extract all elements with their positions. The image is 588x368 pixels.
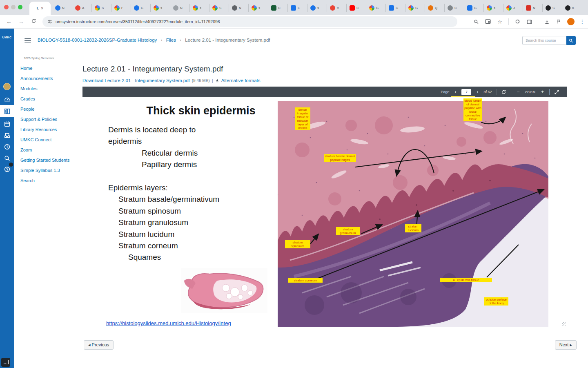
bookmark-star-icon[interactable]: ☆	[497, 18, 503, 25]
browser-tab[interactable]: N	[170, 4, 189, 12]
tab-favicon	[271, 5, 276, 11]
side-panel-icon[interactable]	[526, 18, 532, 25]
browser-tab[interactable]: r	[111, 4, 131, 12]
browser-tab[interactable]: G	[366, 4, 385, 12]
nav-help[interactable]	[0, 163, 14, 175]
course-nav-item-search[interactable]: Search	[20, 178, 78, 183]
term-label: 2026 Spring Semester	[24, 56, 78, 60]
pdf-viewer: Page ‹ 7 › of 62 − ZOOM + Thick skin epi…	[82, 87, 567, 327]
screen: L × NASrGsNsSNsCEsVCGGGQCGsJNSK ← → umsy…	[0, 0, 588, 368]
browser-tab[interactable]: G	[385, 4, 405, 12]
back-button[interactable]: ←	[5, 18, 13, 26]
next-page-button[interactable]: ›	[476, 89, 479, 94]
zoom-out-button[interactable]: −	[516, 89, 520, 94]
browser-tab[interactable]: C	[444, 4, 464, 12]
resize-corner[interactable]	[562, 322, 566, 326]
previous-page-button[interactable]: ‹	[454, 89, 457, 94]
slide-hyperlink[interactable]: https://histologyslides.med.umich.edu/Hi…	[106, 320, 231, 326]
breadcrumb-files-link[interactable]: Files	[166, 38, 176, 42]
nav-courses[interactable]	[0, 105, 14, 117]
umkc-logo[interactable]: UMKC	[0, 36, 14, 39]
alternative-formats-link[interactable]: Alternative formats	[221, 78, 261, 83]
browser-tab[interactable]: K	[562, 4, 581, 12]
tab-favicon	[389, 5, 394, 11]
window-close-button[interactable]	[4, 5, 9, 9]
browser-tab[interactable]: S	[209, 4, 229, 12]
download-link[interactable]: Download Lecture 2.01 - Integumentary Sy…	[82, 78, 190, 83]
search-button[interactable]	[566, 36, 576, 45]
search-input[interactable]	[522, 36, 566, 45]
window-minimize-button[interactable]	[11, 5, 16, 9]
nav-search[interactable]	[0, 152, 14, 164]
previous-module-item-button[interactable]: ◂ Previous	[84, 340, 114, 350]
reload-button[interactable]	[29, 18, 38, 26]
rotate-button[interactable]	[501, 89, 506, 95]
page-number-input[interactable]: 7	[461, 89, 471, 95]
course-nav-item-home[interactable]: Home	[20, 66, 78, 71]
forward-button[interactable]: →	[17, 18, 25, 26]
browser-tab[interactable]: N	[523, 4, 542, 12]
picture-in-picture-icon[interactable]	[485, 18, 491, 25]
address-bar[interactable]: umsystem.instructure.com/courses/350112/…	[42, 16, 457, 27]
close-icon[interactable]: ×	[41, 6, 43, 11]
course-nav-item-support-policies[interactable]: Support & Policies	[20, 117, 78, 122]
course-nav-item-people[interactable]: People	[20, 107, 78, 112]
browser-tab[interactable]: s	[189, 4, 209, 12]
course-nav-item-simple-syllabus-1-3[interactable]: Simple Syllabus 1.3	[20, 168, 78, 173]
collapse-nav-icon[interactable]: →	[1, 358, 10, 367]
nav-history[interactable]	[0, 141, 14, 152]
course-nav-list: HomeAnnouncementsModulesGradesPeopleSupp…	[20, 66, 78, 183]
browser-tab[interactable]: s	[307, 4, 327, 12]
zoom-in-button[interactable]: +	[540, 89, 545, 94]
breadcrumb-course-link[interactable]: BIOLOGY-5518-0001-12832-2026SP-Graduate …	[38, 38, 157, 42]
course-nav-item-announcements[interactable]: Announcements	[20, 76, 78, 81]
menu-kebab-icon[interactable]: ⋮	[580, 20, 585, 23]
download-icon[interactable]	[543, 18, 550, 25]
browser-tab[interactable]: G	[405, 4, 425, 12]
zoom-search-icon[interactable]	[473, 18, 479, 25]
browser-tab[interactable]: J	[503, 4, 523, 12]
window-zoom-button[interactable]	[18, 5, 22, 9]
next-module-item-button[interactable]: Next ▸	[555, 340, 577, 350]
browser-tab[interactable]: s	[150, 4, 170, 12]
nav-inbox[interactable]	[0, 129, 14, 141]
course-nav-item-library-resources[interactable]: Library Resources	[20, 127, 78, 132]
tab-favicon	[448, 5, 453, 11]
course-nav-item-umkc-connect[interactable]: UMKC Connect	[20, 137, 78, 143]
tab-favicon	[232, 5, 237, 11]
site-settings-icon[interactable]	[47, 19, 52, 24]
tab-favicon	[408, 5, 414, 11]
course-nav-item-zoom[interactable]: Zoom	[20, 147, 78, 153]
browser-tab[interactable]: N	[229, 4, 248, 12]
browser-tab[interactable]: V	[327, 4, 346, 12]
active-browser-tab[interactable]: L ×	[29, 2, 51, 15]
browser-tab[interactable]: E	[287, 4, 307, 12]
annotation-label: stratum spinosum	[285, 240, 310, 248]
tab-title: N	[239, 6, 241, 10]
browser-tab[interactable]: Q	[425, 4, 444, 12]
browser-tab[interactable]: N	[52, 4, 72, 12]
course-search	[522, 36, 576, 45]
tab-favicon	[134, 5, 139, 11]
tab-strip-tabs: NASrGsNsSNsCEsVCGGGQCGsJNSK	[52, 3, 581, 12]
browser-tab[interactable]: G	[131, 4, 150, 12]
course-nav-item-modules[interactable]: Modules	[20, 86, 78, 91]
browser-tab[interactable]: A	[72, 4, 91, 12]
browser-tab[interactable]: S	[542, 4, 562, 12]
course-nav-item-getting-started-students[interactable]: Getting Started Students	[20, 158, 78, 163]
nav-calendar[interactable]	[0, 118, 14, 129]
profile-avatar[interactable]	[567, 18, 575, 25]
nav-account[interactable]	[0, 81, 14, 92]
browser-tab[interactable]: C	[268, 4, 287, 12]
browser-tab[interactable]: s	[248, 4, 268, 12]
browser-tab[interactable]: S	[91, 4, 111, 12]
extensions-icon[interactable]	[514, 18, 521, 25]
browser-tab[interactable]: G	[464, 4, 483, 12]
flag-icon[interactable]	[555, 18, 562, 25]
fullscreen-button[interactable]	[554, 89, 559, 95]
hamburger-icon[interactable]	[24, 38, 31, 43]
browser-tab[interactable]: s	[483, 4, 503, 12]
browser-tab[interactable]: C	[346, 4, 366, 12]
nav-dashboard[interactable]	[0, 93, 14, 105]
course-nav-item-grades[interactable]: Grades	[20, 96, 78, 102]
